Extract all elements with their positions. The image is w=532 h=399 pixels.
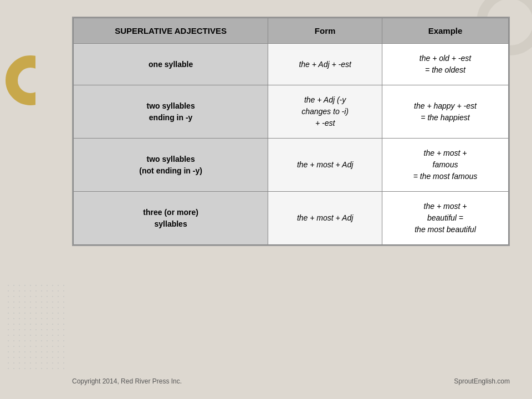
example-two-syllables-not-y-text: the + most +famous= the most famous xyxy=(413,149,478,181)
example-two-syllables-y: the + happy + -est= the happiest xyxy=(382,85,508,139)
table-row: two syllablesending in -y the + Adj (-yc… xyxy=(74,85,509,139)
deco-dots-pattern xyxy=(6,283,66,371)
col-header-example: Example xyxy=(382,18,508,44)
form-one-syllable-text: the + Adj + -est xyxy=(299,60,351,69)
category-two-syllables-y: two syllablesending in -y xyxy=(74,85,268,139)
footer: Copyright 2014, Red River Press Inc. Spr… xyxy=(72,377,510,385)
form-two-syllables-y: the + Adj (-ychanges to -i)+ -est xyxy=(268,85,382,139)
example-two-syllables-not-y: the + most +famous= the most famous xyxy=(382,139,508,192)
category-two-syllables-not-y: two syllables(not ending in -y) xyxy=(74,139,268,192)
col-header-adjectives: SUPERLATIVE ADJECTIVES xyxy=(74,18,268,44)
category-three-syllables: three (or more)syllables xyxy=(74,192,268,245)
example-one-syllable-text: the + old + -est= the oldest xyxy=(420,54,471,74)
form-three-syllables-text: the + most + Adj xyxy=(297,213,353,222)
example-one-syllable: the + old + -est= the oldest xyxy=(382,44,508,85)
example-three-syllables-text: the + most +beautiful =the most beautifu… xyxy=(415,202,476,234)
col-header-form: Form xyxy=(268,18,382,44)
form-two-syllables-y-text: the + Adj (-ychanges to -i)+ -est xyxy=(301,95,349,127)
main-card: SUPERLATIVE ADJECTIVES Form Example one … xyxy=(72,17,510,246)
superlative-table: SUPERLATIVE ADJECTIVES Form Example one … xyxy=(73,18,509,245)
copyright-text: Copyright 2014, Red River Press Inc. xyxy=(72,377,182,385)
table-row: one syllable the + Adj + -est the + old … xyxy=(74,44,509,85)
form-two-syllables-not-y: the + most + Adj xyxy=(268,139,382,192)
form-one-syllable: the + Adj + -est xyxy=(268,44,382,85)
example-two-syllables-y-text: the + happy + -est= the happiest xyxy=(414,101,477,122)
form-three-syllables: the + most + Adj xyxy=(268,192,382,245)
table-row: three (or more)syllables the + most + Ad… xyxy=(74,192,509,245)
form-two-syllables-not-y-text: the + most + Adj xyxy=(297,160,353,169)
example-three-syllables: the + most +beautiful =the most beautifu… xyxy=(382,192,508,245)
table-row: two syllables(not ending in -y) the + mo… xyxy=(74,139,509,192)
website-text: SproutEnglish.com xyxy=(454,377,510,385)
category-one-syllable: one syllable xyxy=(74,44,268,85)
